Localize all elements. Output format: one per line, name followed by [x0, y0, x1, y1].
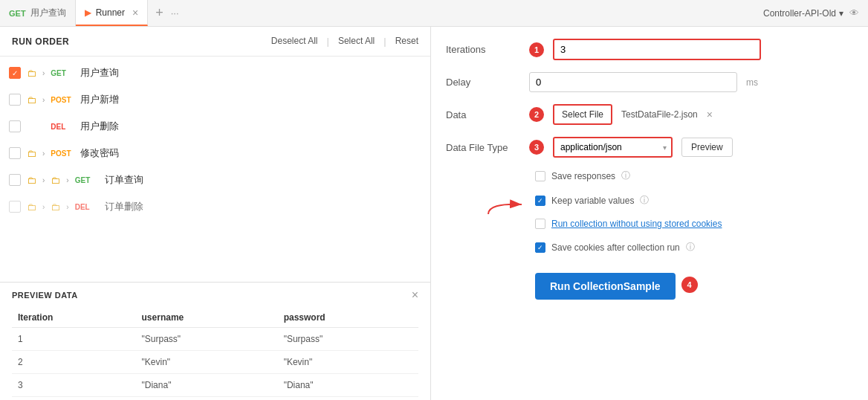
file-remove-icon[interactable]: ×: [707, 109, 713, 120]
runner-icon: ▶: [85, 7, 91, 18]
save-responses-info-icon[interactable]: ⓘ: [621, 170, 630, 182]
cell-iteration: 1: [12, 328, 136, 351]
step-badge-1: 1: [529, 42, 544, 57]
collection-selector[interactable]: Controller-API-Old ▾: [763, 8, 843, 19]
keep-variable-checkbox[interactable]: [535, 196, 545, 206]
preview-button[interactable]: Preview: [681, 138, 733, 157]
request-name: 用户查询: [80, 66, 119, 80]
folder-icon: 🗀: [27, 68, 36, 79]
table-row: 2 "Kevin" "Kevin": [12, 351, 418, 374]
iterations-input[interactable]: [553, 39, 761, 60]
eye-icon[interactable]: 👁: [849, 7, 859, 19]
data-row: Data 2 Select File TestDataFile-2.json ×: [446, 104, 853, 125]
arrow-right-icon: ›: [42, 69, 45, 77]
tab-bar: GET 用户查询 ▶ Runner × + ··· Controller-API…: [0, 0, 868, 27]
tab-right-area: Controller-API-Old ▾ 👁: [763, 7, 868, 19]
delay-input[interactable]: [529, 72, 737, 92]
arrow-right-icon-sub: ›: [66, 176, 68, 184]
checkbox-1[interactable]: [9, 67, 21, 79]
save-cookies-info-icon[interactable]: ⓘ: [686, 241, 695, 254]
separator-2: |: [383, 36, 386, 47]
list-item[interactable]: 🗀 › POST 用户新增: [0, 86, 430, 113]
folder-icon-sub: 🗀: [51, 201, 60, 213]
type-select-wrapper: application/json text/csv ▾: [553, 137, 673, 158]
collection-chevron-icon: ▾: [839, 8, 843, 19]
keep-variable-info-icon[interactable]: ⓘ: [640, 194, 649, 207]
arrow-right-icon: ›: [42, 176, 45, 184]
list-item[interactable]: 🗀 › 🗀 › GET 订单查询: [0, 167, 430, 193]
cell-password: "Diana": [278, 374, 418, 397]
data-label: Data: [446, 109, 520, 120]
tab-get-method: GET: [9, 9, 26, 18]
checkbox-5[interactable]: [9, 174, 21, 186]
run-order-actions: Deselect All | Select All | Reset: [271, 36, 418, 47]
method-badge: DEL: [51, 123, 74, 131]
list-item[interactable]: 🗀 › GET 用户查询: [0, 59, 430, 86]
right-panel: Iterations 1 Delay ms Data 2 Select File…: [431, 27, 868, 400]
method-badge: DEL: [75, 203, 99, 211]
tab-runner[interactable]: ▶ Runner ×: [76, 0, 149, 26]
delay-label: Delay: [446, 77, 520, 88]
checkbox-2[interactable]: [9, 94, 21, 106]
step-badge-4: 4: [681, 277, 698, 293]
checkbox-3[interactable]: [9, 120, 21, 132]
arrow-right-icon: ›: [42, 149, 45, 158]
checkbox-6[interactable]: [9, 201, 21, 213]
arrow-right-icon: ›: [42, 203, 45, 211]
file-type-select[interactable]: application/json text/csv: [554, 138, 658, 156]
tab-add-button[interactable]: +: [148, 5, 171, 21]
run-order-title: RUN ORDER: [12, 36, 69, 47]
preview-table: Iteration username password 1 "Surpass" …: [12, 308, 418, 397]
cell-password: "Surpass": [278, 328, 418, 351]
folder-icon: 🗀: [27, 94, 36, 106]
save-responses-row: Save responses ⓘ: [446, 170, 853, 182]
list-item[interactable]: 🗀 › 🗀 › DEL 订单删除: [0, 193, 430, 220]
folder-icon: 🗀: [27, 201, 36, 213]
left-panel: RUN ORDER Deselect All | Select All | Re…: [0, 27, 431, 400]
select-all-link[interactable]: Select All: [338, 36, 375, 47]
cell-username: "Diana": [136, 374, 278, 397]
cell-iteration: 2: [12, 351, 136, 374]
deselect-all-link[interactable]: Deselect All: [271, 36, 318, 47]
table-row: 1 "Surpass" "Surpass": [12, 328, 418, 351]
method-badge: GET: [51, 69, 74, 77]
reset-link[interactable]: Reset: [395, 36, 418, 47]
save-responses-checkbox[interactable]: [535, 171, 545, 181]
method-badge: GET: [75, 176, 99, 184]
request-name: 用户新增: [80, 93, 119, 106]
tab-get-name: 用户查询: [30, 7, 66, 19]
tab-get[interactable]: GET 用户查询: [0, 0, 76, 26]
cell-username: "Surpass": [136, 328, 278, 351]
arrow-right-icon: ›: [42, 96, 45, 104]
run-without-cookies-checkbox[interactable]: [535, 219, 545, 229]
arrow-right-icon-sub: ›: [66, 203, 68, 211]
select-file-button[interactable]: Select File: [553, 104, 612, 125]
col-header-username: username: [136, 308, 278, 328]
request-list: 🗀 › GET 用户查询 🗀 › POST 用户新增 🗀 › DEL 用户删除: [0, 57, 430, 282]
request-name: 订单查询: [105, 173, 143, 187]
save-cookies-label: Save cookies after collection run: [551, 242, 680, 253]
annotation-arrow: [485, 196, 525, 218]
run-collection-button[interactable]: Run CollectionSample: [535, 273, 676, 300]
list-item[interactable]: 🗀 › POST 修改密码: [0, 140, 430, 167]
save-responses-label: Save responses: [551, 171, 615, 181]
request-name: 订单删除: [105, 200, 143, 213]
step-badge-2: 2: [529, 107, 544, 122]
ms-unit-label: ms: [746, 77, 758, 88]
list-item[interactable]: 🗀 › DEL 用户删除: [0, 113, 430, 140]
collection-name: Controller-API-Old: [763, 8, 836, 19]
save-cookies-checkbox[interactable]: [535, 242, 545, 253]
run-button-row: Run CollectionSample 4: [446, 270, 853, 300]
method-badge: POST: [51, 96, 74, 104]
col-header-password: password: [278, 308, 418, 328]
folder-icon: 🗀: [27, 148, 36, 159]
select-arrow-icon: ▾: [658, 143, 671, 152]
tab-more-icon[interactable]: ···: [171, 7, 179, 19]
tab-close-icon[interactable]: ×: [132, 7, 138, 19]
keep-variable-row: Keep variable values ⓘ: [446, 194, 853, 207]
run-button-label: Run CollectionSample: [550, 280, 661, 292]
file-name-label: TestDataFile-2.json: [621, 109, 698, 120]
method-badge: POST: [51, 149, 74, 158]
preview-close-icon[interactable]: ×: [412, 288, 418, 302]
checkbox-4[interactable]: [9, 147, 21, 159]
